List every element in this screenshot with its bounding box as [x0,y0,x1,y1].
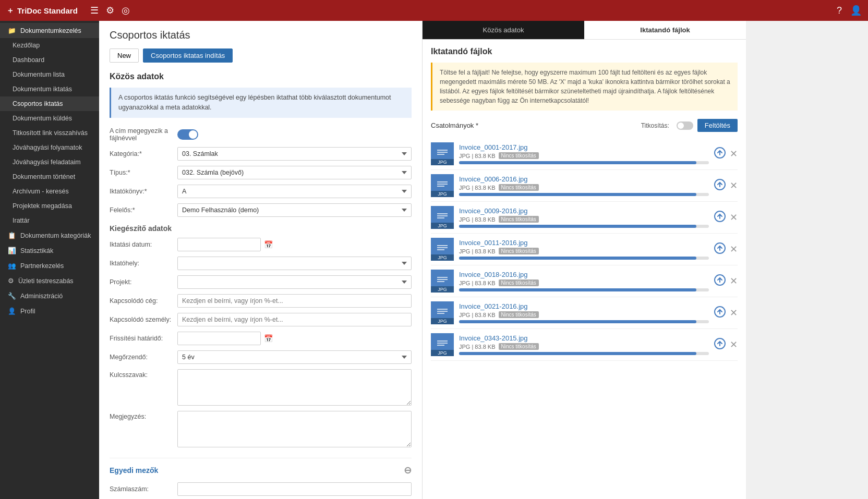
iktakohely-select[interactable] [177,257,412,270]
iktatasi-datum-input[interactable] [177,238,261,251]
feltoltes-button[interactable]: Feltöltés [697,119,738,132]
file-name[interactable]: Invoice_0001-2017.jpg [459,143,709,151]
file-actions: ✕ [714,274,738,288]
sidebar-item-uzleti-testreszabas[interactable]: ⚙ Üzleti testreszabás [0,273,99,288]
file-delete-icon[interactable]: ✕ [730,180,738,191]
file-delete-icon[interactable]: ✕ [730,307,738,319]
file-actions: ✕ [714,147,738,161]
kulcsszavak-label: Kulcsszavak: [110,369,177,379]
file-delete-icon[interactable]: ✕ [730,148,738,160]
file-upload-icon[interactable] [714,338,726,352]
file-name[interactable]: Invoice_0021-2016.jpg [459,302,709,310]
file-name[interactable]: Invoice_0009-2016.jpg [459,207,709,215]
tipus-label: Típus:* [110,169,177,176]
file-upload-icon[interactable] [714,306,726,320]
stats-icon: 📊 [8,247,16,254]
sidebar-item-csoportos-iktatas[interactable]: Csoportos iktatás [0,96,99,111]
iktakonyv-select[interactable]: A B C [177,185,412,198]
iktatasi-datum-label: Iktatási datum: [110,241,177,248]
felelos-select[interactable]: Demo Felhasználo (demo) [177,203,412,217]
file-item: JPG Invoice_0343-2015.jpg JPG | 83.8 KB … [431,329,738,361]
svg-rect-8 [437,186,444,187]
kategoria-select[interactable]: 03. Számlak 01. Szerződések 02. Levelezé… [177,147,412,161]
sidebar-item-dashboard[interactable]: Dashboard [0,53,99,67]
file-upload-icon[interactable] [714,274,726,288]
right-info-text: Töltse fel a fájljait! Ne felejtse, hogy… [440,69,730,104]
file-name[interactable]: Invoice_0018-2016.jpg [459,271,709,278]
file-delete-icon[interactable]: ✕ [730,339,738,350]
sidebar-item-dokumentum-kuldes[interactable]: Dokumentum küldés [0,111,99,126]
sidebar-label-profil: Profil [20,308,35,315]
title-toggle[interactable] [177,129,198,140]
svg-rect-28 [437,313,444,314]
sidebar-item-partnerkezeles[interactable]: 👥 Partnerkezelés [0,258,99,273]
new-button[interactable]: New [110,48,139,63]
sidebar-item-profil[interactable]: 👤 Profil [0,303,99,319]
projekt-label: Projekt: [110,278,177,286]
file-name[interactable]: Invoice_0006-2016.jpg [459,175,709,183]
file-meta: JPG | 83.8 KB Nincs titkosítás [459,311,709,318]
projekt-select[interactable] [177,275,412,289]
hamburger-icon[interactable]: ☰ [90,5,99,16]
sidebar-item-jovahagyasi-feladataim[interactable]: Jóváhagyási feladataim [0,155,99,169]
settings-icon[interactable]: ⚙ [106,5,114,16]
svg-rect-1 [437,150,448,151]
progress-bar [459,288,709,291]
file-upload-icon[interactable] [714,147,726,161]
help-icon[interactable]: ? [837,5,842,16]
sidebar-item-statisztikak[interactable]: 📊 Statisztikák [0,243,99,258]
sidebar-label-dokumentum-kuldes: Dokumentum küldés [13,115,72,122]
file-name[interactable]: Invoice_0011-2016.jpg [459,239,709,247]
sidebar-item-dokumentum-kategoriak[interactable]: 📋 Dokumentum kategóriák [0,228,99,243]
frissitesi-hataridó-input[interactable] [177,332,261,345]
sidebar-item-archivum-kereses[interactable]: Archívum - keresés [0,184,99,199]
sidebar-item-dokumentumkezeles[interactable]: 📁 Dokumentumkezelés [0,23,99,38]
file-meta: JPG | 83.8 KB Nincs titkosítás [459,248,709,254]
user-icon[interactable]: 👤 [850,5,862,16]
svg-rect-3 [437,154,444,155]
file-delete-icon[interactable]: ✕ [730,275,738,287]
svg-rect-27 [437,311,448,312]
file-name[interactable]: Invoice_0343-2015.jpg [459,334,709,342]
egyedi-title: Egyedi mezők [110,466,158,474]
tab-kozos-adatok[interactable]: Közös adatok [423,21,584,39]
kulcsszavak-textarea[interactable] [177,369,412,406]
sidebar-label-jovahagyasi-folyamatok: Jóváhagyási folyamatok [13,144,82,151]
start-button[interactable]: Csoportos iktatas indítás [143,48,233,63]
sidebar-item-dokumentum-tortenet[interactable]: Dokumentum történet [0,169,99,184]
tab-iktatando-fajlok[interactable]: Iktatandó fájlok [584,21,746,39]
file-delete-icon[interactable]: ✕ [730,212,738,223]
progress-fill [459,161,696,164]
sidebar-item-irattár[interactable]: Irattár [0,213,99,228]
target-icon[interactable]: ◎ [122,5,130,16]
file-encryption-badge: Nincs titkosítás [499,311,539,318]
szamlaszam-input[interactable] [177,482,412,496]
collapse-button[interactable]: ⊖ [404,465,412,476]
tipus-select[interactable]: 032. Számla (bejövő) 031. Számla (kimenő… [177,166,412,179]
sidebar-item-projektek-megadasa[interactable]: Projektek megadása [0,199,99,213]
sidebar-item-adminisztracio[interactable]: 🔧 Adminisztráció [0,288,99,303]
sidebar-item-kezdolap[interactable]: Kezdőlap [0,38,99,53]
file-delete-icon[interactable]: ✕ [730,244,738,255]
kategoria-label: Kategória:* [110,150,177,157]
file-upload-icon[interactable] [714,242,726,257]
sidebar-item-jovahagyasi-folyamatok[interactable]: Jóváhagyási folyamatok [0,140,99,155]
sidebar-label-csoportos-iktatas: Csoportos iktatás [13,100,63,107]
sidebar-item-dokumentum-lista[interactable]: Dokumentum lista [0,67,99,82]
calendar-icon-1[interactable]: 📅 [264,240,273,249]
file-upload-icon[interactable] [714,179,726,193]
progress-fill [459,193,696,196]
titkositas-toggle[interactable] [677,121,693,130]
sidebar-item-dokumentum-iktatas[interactable]: Dokumentum iktatás [0,82,99,96]
kapcsolodo-szemely-input[interactable] [177,313,412,326]
file-upload-icon[interactable] [714,211,726,225]
kapcsolodo-ceg-input[interactable] [177,294,412,308]
calendar-icon-2[interactable]: 📅 [264,334,273,343]
file-icon: JPG [431,142,454,165]
file-actions: ✕ [714,306,738,320]
megjegyzes-textarea[interactable] [177,411,412,447]
sidebar-item-titkosított-link[interactable]: Titkosított link visszahívás [0,126,99,140]
megorzendo-select[interactable]: 5 év 10 év 15 év örökké [177,350,412,364]
upload-right: Titkosítás: Feltöltés [641,119,738,132]
egyedi-section: Egyedi mezők ⊖ Számlaszám: [110,458,412,496]
